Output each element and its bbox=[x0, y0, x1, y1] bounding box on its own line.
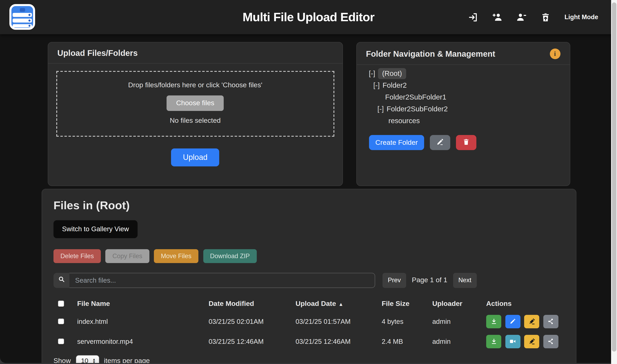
file-name: servermonitor.mp4 bbox=[77, 338, 209, 345]
row-checkbox[interactable] bbox=[58, 319, 64, 325]
login-icon[interactable] bbox=[468, 12, 479, 22]
col-upload-date[interactable]: Upload Date▲ bbox=[295, 299, 382, 308]
file-name: index.html bbox=[77, 317, 209, 325]
trash-restore-icon[interactable] bbox=[540, 12, 551, 22]
no-files-text: No files selected bbox=[57, 117, 334, 125]
file-dropzone[interactable]: Drop files/folders here or click 'Choose… bbox=[56, 71, 334, 137]
delete-files-button[interactable]: Delete Files bbox=[54, 249, 101, 263]
file-size: 4 bytes bbox=[382, 317, 432, 325]
collapse-marker[interactable]: [-] bbox=[377, 105, 384, 113]
page: Multi File Upload Editor bbox=[0, 0, 617, 364]
rename-icon bbox=[528, 338, 535, 345]
uploader: admin bbox=[432, 338, 486, 345]
upload-button[interactable]: Upload bbox=[171, 148, 219, 166]
items-per-page-select[interactable]: 10 ▲▼ bbox=[76, 355, 99, 363]
download-button[interactable] bbox=[486, 315, 501, 328]
file-size: 2.4 MB bbox=[382, 338, 432, 345]
items-per-page-label: items per page bbox=[104, 357, 150, 363]
rename-icon bbox=[528, 318, 535, 325]
info-icon[interactable]: i bbox=[550, 49, 560, 59]
scrollbar-track[interactable] bbox=[611, 0, 617, 364]
share-button[interactable] bbox=[543, 335, 558, 348]
files-panel: Files in (Root) Switch to Gallery View D… bbox=[41, 189, 576, 363]
app-window: Multi File Upload Editor bbox=[0, 0, 617, 363]
copy-files-button[interactable]: Copy Files bbox=[106, 249, 149, 263]
upload-panel-title: Upload Files/Folders bbox=[57, 49, 138, 58]
collapse-marker[interactable]: [-] bbox=[369, 69, 375, 78]
tree-item-root[interactable]: [-] (Root) bbox=[369, 68, 570, 79]
download-button[interactable] bbox=[486, 335, 501, 348]
show-label: Show bbox=[54, 357, 71, 363]
folder-panel-header: Folder Navigation & Management i bbox=[357, 42, 570, 65]
date-modified: 03/21/25 02:01AM bbox=[209, 317, 295, 325]
choose-files-button[interactable]: Choose files bbox=[167, 95, 224, 111]
light-mode-toggle[interactable]: Light Mode bbox=[564, 13, 598, 21]
share-button[interactable] bbox=[543, 315, 558, 328]
tree-item-folder2[interactable]: [-] Folder2 bbox=[369, 79, 570, 91]
rename-button[interactable] bbox=[524, 315, 539, 328]
video-camera-icon bbox=[510, 338, 516, 345]
prev-page-button[interactable]: Prev bbox=[382, 273, 406, 288]
row-actions bbox=[486, 315, 564, 328]
collapse-marker[interactable]: [-] bbox=[373, 81, 380, 90]
files-table: File Name Date Modified Upload Date▲ Fil… bbox=[54, 296, 564, 351]
stepper-arrows-icon: ▲▼ bbox=[92, 358, 96, 363]
play-video-button[interactable] bbox=[505, 335, 520, 348]
download-zip-button[interactable]: Download ZIP bbox=[203, 249, 257, 263]
upload-panel: Upload Files/Folders Drop files/folders … bbox=[48, 42, 343, 186]
table-header-row: File Name Date Modified Upload Date▲ Fil… bbox=[54, 296, 564, 312]
folder-tree: [-] (Root) [-] Folder2 Folder2SubFolder1… bbox=[357, 65, 570, 127]
pencil-icon bbox=[437, 138, 444, 147]
share-icon bbox=[547, 338, 554, 345]
tree-item-label[interactable]: (Root) bbox=[378, 68, 406, 79]
pencil-icon bbox=[510, 318, 516, 325]
row-actions bbox=[486, 335, 564, 348]
upload-date: 03/21/25 12:46AM bbox=[295, 338, 382, 345]
folder-panel-title: Folder Navigation & Management bbox=[366, 49, 495, 59]
upload-body: Drop files/folders here or click 'Choose… bbox=[48, 64, 342, 166]
gallery-view-button[interactable]: Switch to Gallery View bbox=[54, 220, 138, 238]
header-actions: Light Mode bbox=[468, 0, 598, 34]
search-button[interactable] bbox=[54, 273, 69, 288]
folder-panel: Folder Navigation & Management i [-] (Ro… bbox=[356, 42, 570, 186]
create-folder-button[interactable]: Create Folder bbox=[369, 135, 424, 150]
tree-item-label[interactable]: Folder2SubFolder1 bbox=[385, 93, 446, 102]
move-files-button[interactable]: Move Files bbox=[154, 249, 198, 263]
search-icon bbox=[58, 276, 65, 285]
col-date-modified[interactable]: Date Modified bbox=[209, 299, 295, 308]
app-logo-icon bbox=[9, 4, 35, 30]
page-title: Multi File Upload Editor bbox=[243, 10, 375, 24]
tree-item-label[interactable]: resources bbox=[389, 117, 420, 125]
page-indicator: Page 1 of 1 bbox=[412, 276, 447, 284]
trash-icon bbox=[463, 138, 470, 147]
col-actions: Actions bbox=[486, 299, 564, 308]
items-per-page-row: Show 10 ▲▼ items per page bbox=[54, 355, 564, 363]
edit-button[interactable] bbox=[505, 315, 520, 328]
remove-user-icon[interactable] bbox=[516, 12, 527, 22]
tree-item-folder2subfolder1[interactable]: Folder2SubFolder1 bbox=[369, 91, 570, 103]
bulk-actions: Delete Files Copy Files Move Files Downl… bbox=[54, 249, 564, 263]
app-header: Multi File Upload Editor bbox=[0, 0, 617, 34]
search-row: Prev Page 1 of 1 Next bbox=[54, 273, 564, 288]
next-page-button[interactable]: Next bbox=[453, 273, 477, 288]
col-file-size[interactable]: File Size bbox=[382, 299, 432, 308]
rename-folder-button[interactable] bbox=[430, 135, 450, 150]
select-all-checkbox[interactable] bbox=[58, 301, 64, 307]
col-file-name[interactable]: File Name bbox=[77, 299, 209, 308]
date-modified: 03/21/25 12:46AM bbox=[209, 338, 295, 345]
upload-panel-header: Upload Files/Folders bbox=[48, 42, 342, 64]
tree-item-folder2subfolder2[interactable]: [-] Folder2SubFolder2 bbox=[369, 103, 570, 115]
tree-item-resources[interactable]: resources bbox=[369, 115, 570, 127]
items-per-page-value: 10 bbox=[81, 357, 92, 363]
folder-actions: Create Folder bbox=[357, 127, 570, 150]
sort-asc-icon: ▲ bbox=[338, 301, 343, 307]
tree-item-label[interactable]: Folder2SubFolder2 bbox=[387, 105, 448, 113]
add-user-icon[interactable] bbox=[492, 12, 503, 22]
row-checkbox[interactable] bbox=[58, 338, 64, 344]
search-input[interactable] bbox=[69, 273, 375, 288]
delete-folder-button[interactable] bbox=[456, 135, 477, 150]
tree-item-label[interactable]: Folder2 bbox=[382, 81, 407, 90]
rename-button[interactable] bbox=[524, 335, 539, 348]
scrollbar-thumb[interactable] bbox=[612, 2, 617, 351]
col-uploader[interactable]: Uploader bbox=[432, 299, 486, 308]
